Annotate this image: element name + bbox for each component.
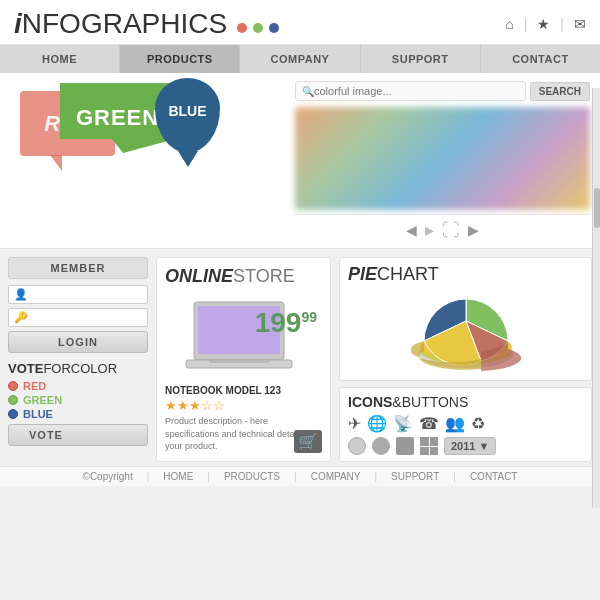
mail-icon[interactable]: ✉ — [574, 16, 586, 32]
icons-title: ICONS&BUTTONS — [348, 394, 583, 410]
footer: ©Copyright | HOME | PRODUCTS | COMPANY |… — [0, 466, 600, 486]
svg-rect-3 — [209, 360, 269, 363]
prev-button[interactable]: ◀ — [406, 222, 417, 238]
grid-control[interactable] — [420, 437, 438, 455]
search-icon: 🔍 — [302, 86, 314, 97]
dot-green — [253, 23, 263, 33]
vote-button[interactable]: VOTE — [8, 424, 148, 446]
footer-home[interactable]: HOME — [163, 471, 193, 482]
right-panel: PIECHART — [339, 257, 592, 462]
nav-bar: HOME PRODUCTS COMPANY SUPPORT CONTACT — [0, 45, 600, 73]
phone-icon[interactable]: ☎ — [419, 414, 439, 433]
password-input[interactable] — [32, 312, 142, 323]
user-icon: 👤 — [14, 288, 28, 301]
home-icon[interactable]: ⌂ — [505, 16, 513, 32]
left-panel: MEMBER 👤 🔑 LOGIN VOTEFORCOLOR RED GRE — [8, 257, 148, 462]
footer-contact[interactable]: CONTACT — [470, 471, 518, 482]
vote-option-red: RED — [8, 380, 148, 392]
search-bar: 🔍 SEARCH — [295, 81, 590, 101]
icons-row: ✈ 🌐 📡 ☎ 👥 ♻ — [348, 414, 583, 433]
circle-control-1[interactable] — [348, 437, 366, 455]
pie-chart — [348, 289, 583, 374]
ribbon-blue: BLUE — [155, 78, 235, 168]
recycle-icon[interactable]: ♻ — [471, 414, 485, 433]
search-input-wrap[interactable]: 🔍 — [295, 81, 526, 101]
search-input[interactable] — [314, 85, 519, 97]
store-panel: ONLINESTORE 19999 NOTEBOOK MODEL 123 ★★★… — [156, 257, 331, 462]
password-field[interactable]: 🔑 — [8, 308, 148, 327]
vote-section: VOTEFORCOLOR RED GREEN BLUE VOTE — [8, 361, 148, 446]
rss-icon[interactable]: 📡 — [393, 414, 413, 433]
dot-red — [237, 23, 247, 33]
price-tag: 19999 — [255, 307, 317, 339]
pie-section: PIECHART — [339, 257, 592, 381]
footer-company[interactable]: COMPANY — [311, 471, 361, 482]
cart-icon[interactable]: 🛒 — [294, 430, 322, 453]
fullscreen-button[interactable]: ⛶ — [442, 220, 460, 241]
laptop-area: 19999 — [165, 297, 322, 377]
scrollbar-thumb[interactable] — [594, 188, 600, 228]
member-form: 👤 🔑 LOGIN — [8, 285, 148, 353]
year-badge[interactable]: 2011 ▼ — [444, 437, 496, 455]
header: iNFOGRAPHICS ⌂ | ★ | ✉ — [0, 0, 600, 45]
pie-title: PIECHART — [348, 264, 583, 285]
vote-title: VOTEFORCOLOR — [8, 361, 148, 376]
copyright: ©Copyright — [83, 471, 133, 482]
bottom-controls: 2011 ▼ — [348, 437, 583, 455]
dropdown-icon: ▼ — [478, 440, 489, 452]
username-input[interactable] — [32, 289, 142, 300]
green-label: GREEN — [76, 105, 159, 131]
nav-item-support[interactable]: SUPPORT — [361, 45, 481, 73]
banner-image — [295, 107, 590, 210]
icons-section: ICONS&BUTTONS ✈ 🌐 📡 ☎ 👥 ♻ — [339, 387, 592, 462]
scrollbar[interactable] — [592, 88, 600, 508]
header-icons: ⌂ | ★ | ✉ — [505, 16, 586, 32]
slider-controls: ◀ ▸ ⛶ ▶ — [295, 214, 590, 243]
footer-products[interactable]: PRODUCTS — [224, 471, 280, 482]
blue-label: BLUE — [168, 103, 206, 119]
product-stars: ★★★☆☆ — [165, 398, 322, 413]
vote-option-green: GREEN — [8, 394, 148, 406]
nav-item-products[interactable]: PRODUCTS — [120, 45, 240, 73]
search-button[interactable]: SEARCH — [530, 82, 590, 101]
square-control[interactable] — [396, 437, 414, 455]
dot-blue — [269, 23, 279, 33]
nav-item-home[interactable]: HOME — [0, 45, 120, 73]
circle-control-2[interactable] — [372, 437, 390, 455]
site-title: iNFOGRAPHICS — [14, 8, 227, 40]
star-icon[interactable]: ★ — [537, 16, 550, 32]
top-section: RED GREEN BLUE 🔍 SEARCH ◀ ▸ — [0, 73, 600, 249]
footer-support[interactable]: SUPPORT — [391, 471, 439, 482]
ribbon-area: RED GREEN BLUE — [0, 73, 290, 248]
product-name: NOTEBOOK MODEL 123 — [165, 385, 322, 396]
plane-icon[interactable]: ✈ — [348, 414, 361, 433]
store-title: ONLINESTORE — [165, 266, 322, 287]
image-area: 🔍 SEARCH ◀ ▸ ⛶ ▶ — [290, 73, 600, 248]
nav-item-contact[interactable]: CONTACT — [481, 45, 600, 73]
bottom-section: MEMBER 👤 🔑 LOGIN VOTEFORCOLOR RED GRE — [0, 249, 600, 466]
lock-icon: 🔑 — [14, 311, 28, 324]
nav-item-company[interactable]: COMPANY — [240, 45, 360, 73]
vote-option-blue: BLUE — [8, 408, 148, 420]
username-field[interactable]: 👤 — [8, 285, 148, 304]
people-icon[interactable]: 👥 — [445, 414, 465, 433]
login-button[interactable]: LOGIN — [8, 331, 148, 353]
slider-indicator: ▸ — [425, 219, 434, 241]
globe-icon[interactable]: 🌐 — [367, 414, 387, 433]
next-button[interactable]: ▶ — [468, 222, 479, 238]
member-title: MEMBER — [8, 257, 148, 279]
